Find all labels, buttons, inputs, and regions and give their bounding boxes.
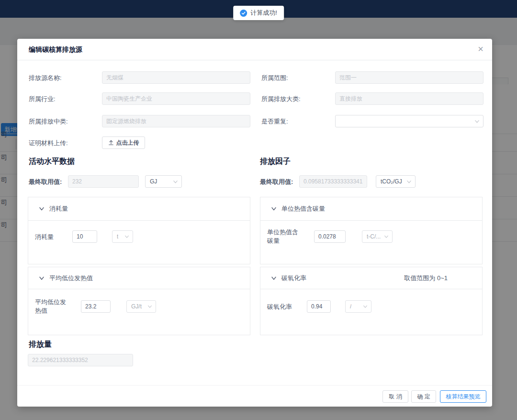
chevron-down-icon xyxy=(271,275,277,281)
check-circle-icon xyxy=(240,10,247,17)
emission-amount-input xyxy=(28,354,133,366)
chevron-down-icon xyxy=(39,206,45,212)
emission-amount-field xyxy=(28,354,133,366)
middle-category-field xyxy=(102,115,250,127)
activity-final-unit-select[interactable]: GJ xyxy=(145,175,182,188)
heating-value-unit-value: GJ/t xyxy=(131,303,142,310)
duplicate-select[interactable] xyxy=(335,115,483,127)
chevron-down-icon xyxy=(173,179,178,184)
factor-final-field xyxy=(299,175,367,188)
app-screen: 新增排放源 司 司 司 司 司 计算成功! 编辑碳核算排放源 × 排放源名称: xyxy=(0,0,517,420)
major-category-input xyxy=(335,92,483,105)
chevron-down-icon xyxy=(124,234,129,239)
heating-value-unit-select[interactable]: GJ/t xyxy=(126,300,156,313)
consumption-field[interactable] xyxy=(72,230,97,243)
industry-input xyxy=(102,92,250,105)
carbon-content-panel-title: 单位热值含碳量 xyxy=(281,204,325,213)
industry-field xyxy=(102,92,250,105)
success-toast: 计算成功! xyxy=(233,6,284,20)
emission-factor-heading: 排放因子 xyxy=(260,157,291,167)
oxidation-rate-panel: 碳氧化率 取值范围为 0~1 碳氧化率 / xyxy=(260,267,483,335)
duplicate-label: 是否重复: xyxy=(261,117,288,126)
consumption-unit-value: t xyxy=(117,233,118,240)
chevron-down-icon xyxy=(406,179,412,184)
carbon-content-panel-header[interactable]: 单位热值含碳量 xyxy=(260,197,482,221)
result-preview-button[interactable]: 核算结果预览 xyxy=(440,390,486,403)
upload-label: 证明材料上传: xyxy=(29,139,68,148)
close-icon[interactable]: × xyxy=(478,44,483,54)
oxidation-rate-field[interactable] xyxy=(307,300,331,313)
consumption-row-label: 消耗量 xyxy=(35,233,54,241)
carbon-content-unit-select[interactable]: t-C/... xyxy=(362,230,393,243)
activity-final-input xyxy=(68,175,139,188)
heating-value-panel-header[interactable]: 平均低位发热值 xyxy=(28,267,250,289)
source-name-field xyxy=(102,71,250,84)
major-category-label: 所属排放大类: xyxy=(261,95,301,103)
heating-value-row-label: 平均低位发热值 xyxy=(35,298,68,315)
carbon-content-input[interactable] xyxy=(314,230,346,243)
activity-final-unit-value: GJ xyxy=(150,178,157,185)
major-category-field xyxy=(335,92,483,105)
oxidation-rate-unit-select[interactable]: / xyxy=(345,300,371,313)
consumption-input[interactable] xyxy=(72,230,97,243)
chevron-down-icon xyxy=(39,275,45,281)
factor-final-input xyxy=(299,175,367,188)
oxidation-rate-range-hint: 取值范围为 0~1 xyxy=(404,274,448,283)
industry-label: 所属行业: xyxy=(29,95,56,103)
heating-value-input[interactable] xyxy=(81,300,111,313)
edit-emission-source-modal: 编辑碳核算排放源 × 排放源名称: 所属范围: 所属行业: 所属排放大类: 所属… xyxy=(17,39,492,407)
confirm-button[interactable]: 确 定 xyxy=(411,390,436,403)
factor-final-label: 最终取用值: xyxy=(260,178,293,186)
upload-icon xyxy=(108,140,114,146)
middle-category-input xyxy=(102,115,250,127)
source-name-label: 排放源名称: xyxy=(29,74,62,82)
upload-button-label: 点击上传 xyxy=(116,139,139,147)
middle-category-label: 所属排放中类: xyxy=(29,117,68,126)
consumption-panel: 消耗量 消耗量 t xyxy=(28,197,250,264)
divider xyxy=(17,60,492,60)
heating-value-panel: 平均低位发热值 平均低位发热值 GJ/t xyxy=(28,267,250,335)
modal-title: 编辑碳核算排放源 xyxy=(29,45,82,54)
scope-input xyxy=(335,71,483,84)
carbon-content-row-label: 单位热值含碳量 xyxy=(267,228,301,245)
heating-value-panel-title: 平均低位发热值 xyxy=(49,274,93,283)
activity-final-label: 最终取用值: xyxy=(29,178,62,186)
chevron-down-icon xyxy=(147,304,152,309)
chevron-down-icon xyxy=(384,234,389,239)
chevron-down-icon xyxy=(363,304,368,309)
source-name-input xyxy=(102,71,250,84)
carbon-content-panel: 单位热值含碳量 单位热值含碳量 t-C/... xyxy=(260,197,483,264)
toast-message: 计算成功! xyxy=(250,9,277,17)
consumption-panel-header[interactable]: 消耗量 xyxy=(28,197,250,221)
scope-field xyxy=(335,71,483,84)
activity-final-field xyxy=(68,175,139,188)
consumption-panel-title: 消耗量 xyxy=(49,204,68,213)
oxidation-rate-panel-header[interactable]: 碳氧化率 取值范围为 0~1 xyxy=(260,267,482,289)
heating-value-field[interactable] xyxy=(81,300,111,313)
consumption-unit-select[interactable]: t xyxy=(112,230,133,243)
chevron-down-icon xyxy=(271,206,277,212)
cancel-button[interactable]: 取 消 xyxy=(382,390,408,403)
carbon-content-unit-value: t-C/... xyxy=(367,233,381,240)
factor-final-unit-select[interactable]: tCO₂/GJ xyxy=(376,175,416,188)
carbon-content-field[interactable] xyxy=(314,230,346,243)
activity-data-heading: 活动水平数据 xyxy=(29,157,75,167)
upload-button[interactable]: 点击上传 xyxy=(102,136,145,149)
factor-final-unit-value: tCO₂/GJ xyxy=(381,178,402,185)
oxidation-rate-row-label: 碳氧化率 xyxy=(267,303,292,311)
emission-amount-heading: 排放量 xyxy=(29,340,52,350)
oxidation-rate-panel-title: 碳氧化率 xyxy=(281,274,306,283)
oxidation-rate-input[interactable] xyxy=(307,300,331,313)
oxidation-rate-unit-value: / xyxy=(350,303,351,310)
scope-label: 所属范围: xyxy=(261,74,288,82)
chevron-down-icon xyxy=(474,119,480,124)
divider xyxy=(17,385,492,386)
